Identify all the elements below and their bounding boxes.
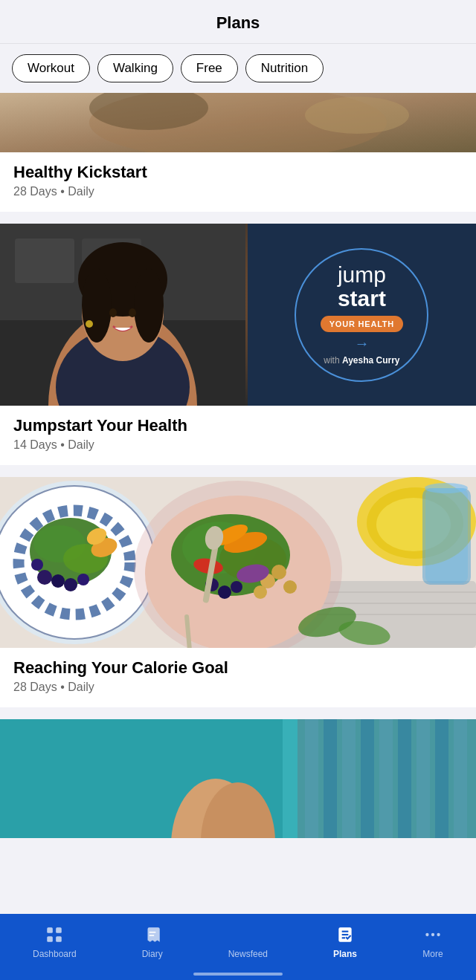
svg-point-28 — [37, 570, 52, 585]
dashboard-icon — [44, 924, 65, 945]
svg-rect-76 — [48, 927, 54, 933]
filter-free[interactable]: Free — [181, 54, 238, 82]
page-title: Plans — [216, 13, 260, 32]
jumpstart-title: Jumpstart Your Health — [13, 416, 463, 435]
nav-item-more[interactable]: More — [422, 924, 443, 959]
svg-point-15 — [129, 308, 136, 317]
nav-item-dashboard[interactable]: Dashboard — [33, 924, 77, 959]
svg-point-43 — [283, 580, 297, 594]
svg-point-42 — [254, 585, 267, 599]
svg-point-45 — [218, 585, 231, 599]
healthy-kickstart-meta: 28 Days • Daily — [13, 185, 463, 198]
svg-point-12 — [82, 268, 112, 343]
svg-point-29 — [51, 574, 65, 588]
svg-rect-67 — [342, 719, 356, 838]
svg-point-14 — [109, 308, 117, 317]
calorie-goal-title: Reaching Your Calorie Goal — [13, 658, 463, 678]
nav-item-newsfeed[interactable]: Newsfeed — [228, 924, 268, 959]
svg-rect-69 — [379, 719, 393, 838]
calorie-goal-meta: 28 Days • Daily — [13, 681, 463, 694]
svg-rect-77 — [57, 927, 62, 933]
svg-rect-57 — [425, 488, 468, 583]
filter-workout[interactable]: Workout — [12, 54, 90, 82]
home-indicator — [193, 973, 283, 976]
jumpstart-person-svg — [0, 224, 245, 406]
svg-point-3 — [305, 97, 409, 134]
plan-card-bottom-partial[interactable] — [0, 719, 476, 838]
jumpstart-jump-text: jump — [321, 264, 403, 286]
jumpstart-with-text: with Ayesha Curry — [321, 355, 403, 366]
svg-point-31 — [64, 578, 77, 591]
jumpstart-your-health-text: YOUR HEALTH — [329, 319, 394, 328]
healthy-kickstart-body: Healthy Kickstart 28 Days • Daily — [0, 152, 476, 212]
nav-label-diary: Diary — [142, 949, 163, 959]
jumpstart-start-text: start — [321, 288, 403, 310]
svg-rect-78 — [48, 936, 54, 942]
bottom-partial-svg — [0, 719, 476, 838]
nav-item-diary[interactable]: Diary — [142, 924, 163, 959]
svg-rect-73 — [454, 719, 467, 838]
nav-label-newsfeed: Newsfeed — [228, 949, 268, 959]
svg-point-46 — [231, 581, 242, 593]
nav-item-plans[interactable]: Plans — [333, 924, 357, 959]
jumpstart-arrow-icon: → — [321, 335, 403, 352]
filter-nutrition[interactable]: Nutrition — [245, 54, 324, 82]
plan-card-healthy-kickstart[interactable]: Healthy Kickstart 28 Days • Daily — [0, 93, 476, 212]
svg-rect-6 — [15, 238, 74, 283]
svg-rect-72 — [435, 719, 448, 838]
svg-rect-71 — [416, 719, 430, 838]
svg-rect-68 — [361, 719, 374, 838]
svg-rect-79 — [57, 936, 62, 942]
filter-bar: Workout Walking Free Nutrition — [0, 44, 476, 93]
svg-point-88 — [431, 933, 434, 936]
jumpstart-person-side — [0, 224, 248, 406]
healthy-kickstart-image-svg — [0, 93, 476, 152]
svg-point-89 — [437, 933, 440, 936]
more-icon — [422, 924, 443, 945]
svg-point-16 — [86, 320, 93, 328]
healthy-kickstart-image — [0, 93, 476, 152]
svg-point-87 — [425, 933, 428, 936]
calorie-goal-body: Reaching Your Calorie Goal 28 Days • Dai… — [0, 648, 476, 707]
filter-walking[interactable]: Walking — [97, 54, 173, 82]
svg-point-13 — [134, 268, 164, 343]
svg-point-30 — [31, 559, 43, 571]
jumpstart-brand-pill: YOUR HEALTH — [321, 316, 403, 332]
bottom-partial-image — [0, 719, 476, 838]
jumpstart-body: Jumpstart Your Health 14 Days • Daily — [0, 406, 476, 465]
nav-label-dashboard: Dashboard — [33, 949, 77, 959]
header: Plans — [0, 0, 476, 44]
svg-point-41 — [271, 565, 286, 580]
jumpstart-meta: 14 Days • Daily — [13, 438, 463, 452]
newsfeed-icon — [237, 924, 258, 945]
content-area: Healthy Kickstart 28 Days • Daily — [0, 93, 476, 924]
svg-point-32 — [77, 574, 89, 585]
healthy-kickstart-title: Healthy Kickstart — [13, 163, 463, 182]
svg-rect-65 — [305, 719, 318, 838]
calorie-goal-svg — [0, 477, 476, 648]
jumpstart-image-container: jump start YOUR HEALTH → with Ayesha Cur… — [0, 224, 476, 406]
calorie-goal-image — [0, 477, 476, 648]
plans-icon — [335, 924, 356, 945]
nav-label-plans: Plans — [333, 949, 357, 959]
svg-rect-66 — [324, 719, 337, 838]
svg-point-58 — [425, 483, 468, 493]
svg-rect-70 — [398, 719, 411, 838]
jumpstart-brand-panel: jump start YOUR HEALTH → with Ayesha Cur… — [248, 224, 476, 406]
svg-rect-82 — [241, 929, 256, 939]
plan-card-calorie-goal[interactable]: Reaching Your Calorie Goal 28 Days • Dai… — [0, 477, 476, 707]
bottom-nav: Dashboard Diary Newsfeed — [0, 914, 476, 980]
plan-card-jumpstart[interactable]: jump start YOUR HEALTH → with Ayesha Cur… — [0, 224, 476, 465]
diary-icon — [142, 924, 163, 945]
nav-label-more: More — [422, 949, 443, 959]
